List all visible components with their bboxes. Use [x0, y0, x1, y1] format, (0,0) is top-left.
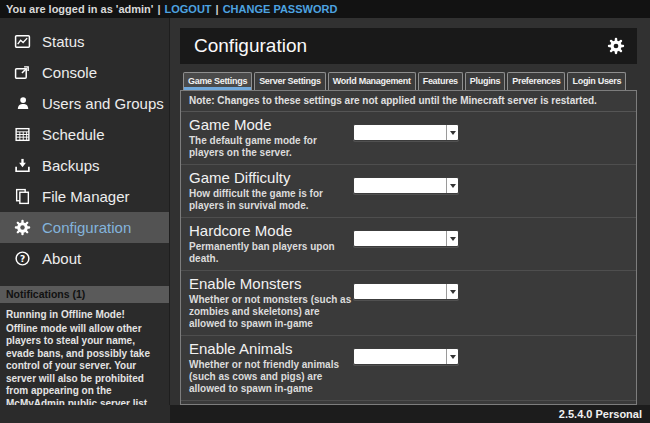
sidebar-item-label: Users and Groups — [42, 95, 164, 112]
separator: | — [216, 3, 219, 15]
setting-description: Whether or not monsters (such as zombies… — [189, 294, 353, 330]
dropdown-value — [354, 125, 446, 140]
sidebar-item[interactable]: Status — [0, 26, 169, 57]
notifications-header: Notifications (1) — [0, 286, 169, 303]
main-panel: Configuration — [170, 18, 650, 405]
setting-row: Game Difficulty How difficult the game i… — [181, 165, 636, 218]
setting-dropdown[interactable] — [353, 348, 459, 365]
setting-dropdown[interactable] — [353, 124, 459, 141]
dropdown-value — [354, 178, 446, 193]
setting-row: Game Mode The default game mode for play… — [181, 112, 636, 165]
sidebar-item-label: Schedule — [42, 126, 105, 143]
separator: | — [157, 3, 160, 15]
version-label: 2.5.4.0 Personal — [559, 408, 642, 420]
setting-row: Enable Monsters Whether or not monsters … — [181, 271, 636, 336]
sidebar-item[interactable]: File Manager — [0, 181, 169, 212]
tab[interactable]: Plugins — [465, 72, 505, 90]
setting-description: Permanently ban players upon death. — [189, 241, 353, 265]
console-icon — [14, 64, 31, 81]
dropdown-value — [354, 349, 446, 364]
chevron-down-icon — [446, 125, 458, 140]
tab-bar: Game Settings Server Settings World Mana… — [180, 72, 637, 90]
page-header: Configuration — [180, 28, 637, 64]
question-circle-icon: ? — [14, 250, 31, 267]
sidebar-item-label: Backups — [42, 157, 100, 174]
topbar: You are logged in as 'admin'|LOGOUT|CHAN… — [0, 0, 650, 18]
setting-dropdown[interactable] — [353, 230, 459, 247]
notification-text: Offline mode will allow other players to… — [6, 323, 163, 406]
sidebar-item[interactable]: Users and Groups — [0, 88, 169, 119]
tab[interactable]: Game Settings — [183, 72, 252, 90]
sidebar-item[interactable]: Schedule — [0, 119, 169, 150]
logged-in-text: You are logged in as 'admin' — [6, 3, 153, 15]
sidebar-item-label: About — [42, 250, 81, 267]
footer-version-bar: 2.5.4.0 Personal — [170, 405, 650, 423]
tab[interactable]: Server Settings — [254, 72, 326, 90]
backup-download-icon — [14, 157, 31, 174]
settings-panel: Note: Changes to these settings are not … — [180, 90, 637, 405]
sidebar-item-label: Status — [42, 33, 85, 50]
tab[interactable]: World Management — [328, 72, 416, 90]
gear-icon — [14, 219, 31, 236]
chevron-down-icon — [446, 349, 458, 364]
tab[interactable]: Login Users — [567, 72, 626, 90]
sidebar-item-label: Console — [42, 64, 97, 81]
mcmyadmin-app: You are logged in as 'admin'|LOGOUT|CHAN… — [0, 0, 650, 423]
logout-link[interactable]: LOGOUT — [165, 3, 212, 15]
chevron-down-icon — [446, 178, 458, 193]
footer: 2.5.4.0 Personal — [0, 405, 650, 423]
setting-description: The default game mode for players on the… — [189, 135, 353, 159]
sidebar-item-label: Configuration — [42, 219, 131, 236]
setting-row: Enable Animals Whether or not friendly a… — [181, 336, 636, 401]
setting-dropdown[interactable] — [353, 177, 459, 194]
setting-description: Whether or not friendly animals (such as… — [189, 359, 353, 395]
sidebar-item[interactable]: Console — [0, 57, 169, 88]
page-title: Configuration — [194, 35, 607, 57]
notification-title: Running in Offline Mode! — [6, 309, 163, 322]
sidebar-item[interactable]: ? About — [0, 243, 169, 274]
setting-row: Hardcore Mode Permanently ban players up… — [181, 218, 636, 271]
setting-dropdown[interactable] — [353, 283, 459, 300]
sidebar-item[interactable]: Backups — [0, 150, 169, 181]
change-password-link[interactable]: CHANGE PASSWORD — [223, 3, 338, 15]
content-area: Status Console Users and Groups Schedule — [0, 18, 650, 405]
user-icon — [14, 95, 31, 112]
setting-description: How difficult the game is for players in… — [189, 188, 353, 212]
gear-icon[interactable] — [607, 37, 625, 55]
tab[interactable]: Features — [418, 72, 463, 90]
chevron-down-icon — [446, 284, 458, 299]
chevron-down-icon — [446, 231, 458, 246]
sidebar-item[interactable]: Configuration — [0, 212, 169, 243]
sidebar-item-label: File Manager — [42, 188, 130, 205]
dropdown-value — [354, 284, 446, 299]
notifications-panel: Notifications (1) Running in Offline Mod… — [0, 286, 169, 405]
tab[interactable]: Preferences — [507, 72, 565, 90]
sidebar: Status Console Users and Groups Schedule — [0, 18, 170, 405]
footer-sidebar-strip — [0, 405, 170, 423]
dropdown-value — [354, 231, 446, 246]
files-copy-icon — [14, 188, 31, 205]
svg-text:?: ? — [20, 254, 25, 264]
restart-note: Note: Changes to these settings are not … — [181, 91, 636, 112]
schedule-grid-icon — [14, 126, 31, 143]
status-chart-icon — [14, 33, 31, 50]
notification-item: Running in Offline Mode! Offline mode wi… — [0, 303, 169, 405]
